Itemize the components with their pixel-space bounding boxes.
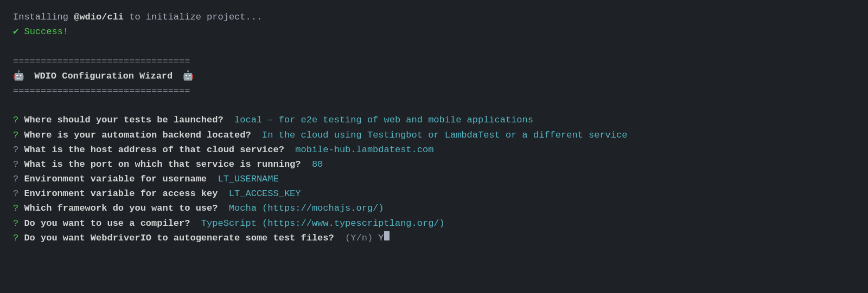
answer-text: Mocha (https://mochajs.org/)	[224, 201, 384, 216]
question-text: Environment variable for username	[24, 172, 212, 186]
question-text: Do you want WebdriverIO to autogenerate …	[24, 231, 340, 245]
question-mark: ?	[13, 128, 24, 142]
question-line: ? Environment variable for username LT_U…	[13, 172, 855, 186]
question-line: ? Where should your tests be launched? l…	[13, 113, 855, 127]
install-line: Installing @wdio/cli to initialize proje…	[13, 10, 855, 24]
question-mark: ?	[13, 172, 24, 186]
answer-text: TypeScript (https://www.typescriptlang.o…	[196, 216, 445, 231]
question-line: ? Do you want to use a compiler? TypeScr…	[13, 216, 855, 231]
question-line: ? Environment variable for access key LT…	[13, 186, 855, 201]
question-text: Which framework do you want to use?	[24, 201, 223, 216]
install-prefix: Installing	[13, 10, 74, 24]
question-text: What is the host address of that cloud s…	[24, 142, 290, 157]
question-line: ? What is the port on which that service…	[13, 157, 855, 172]
question-text: Where should your tests be launched?	[24, 113, 228, 127]
terminal: Installing @wdio/cli to initialize proje…	[13, 10, 855, 245]
question-mark: ?	[13, 216, 24, 231]
answer-text: local – for e2e testing of web and mobil…	[229, 113, 533, 127]
question-text: What is the port on which that service i…	[24, 157, 306, 172]
question-mark: ?	[13, 142, 24, 157]
question-line: ? Which framework do you want to use? Mo…	[13, 201, 855, 216]
install-package: @wdio/cli	[74, 10, 124, 24]
answer-text: In the cloud using Testingbot or LambdaT…	[257, 128, 628, 142]
separator-chars-top: ================================	[13, 54, 190, 69]
answer-text: LT_ACCESS_KEY	[224, 186, 301, 201]
wizard-emoji-left: 🤖	[13, 69, 24, 83]
separator-chars-bottom: ================================	[13, 83, 190, 98]
wizard-title-line: 🤖 WDIO Configuration Wizard 🤖	[13, 69, 855, 83]
question-mark: ?	[13, 113, 24, 127]
question-text: Environment variable for access key	[24, 186, 223, 201]
separator-bottom: ================================	[13, 83, 855, 98]
separator-top: ================================	[13, 54, 855, 69]
install-suffix: to initialize project...	[124, 10, 262, 24]
wizard-emoji-right: 🤖	[182, 69, 194, 83]
question-mark: ?	[13, 186, 24, 201]
question-mark: ?	[13, 231, 24, 245]
success-line: ✔ Success!	[13, 24, 855, 39]
answer-input: Y	[378, 231, 384, 245]
success-check: ✔	[13, 24, 24, 39]
answer-text: 80	[307, 157, 323, 172]
answer-text: LT_USERNAME	[212, 172, 278, 186]
answer-hint: (Y/n)	[340, 231, 378, 245]
questions-container: ? Where should your tests be launched? l…	[13, 113, 855, 245]
question-text: Where is your automation backend located…	[24, 128, 256, 142]
question-mark: ?	[13, 157, 24, 172]
question-line: ? Where is your automation backend locat…	[13, 128, 855, 142]
question-line: ? Do you want WebdriverIO to autogenerat…	[13, 231, 855, 245]
question-text: Do you want to use a compiler?	[24, 216, 195, 231]
question-mark: ?	[13, 201, 24, 216]
success-text: Success!	[24, 24, 68, 39]
cursor	[384, 231, 390, 240]
answer-text: mobile-hub.lambdatest.com	[290, 142, 433, 157]
question-line: ? What is the host address of that cloud…	[13, 142, 855, 157]
wizard-title: WDIO Configuration Wizard	[29, 69, 178, 83]
